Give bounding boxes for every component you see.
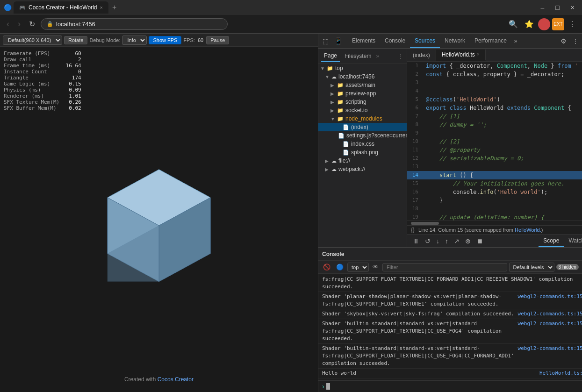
file-tree-more-btn[interactable]: » bbox=[376, 53, 379, 59]
debug-step-over-btn[interactable]: ↺ bbox=[423, 236, 432, 246]
debug-stop-btn[interactable]: ⏹ bbox=[474, 236, 485, 246]
devtools-mobile-icon[interactable]: 📱 bbox=[333, 36, 344, 46]
new-tab-button[interactable]: + bbox=[110, 3, 118, 12]
address-bar[interactable]: 🔒 localhost:7456 bbox=[41, 18, 228, 30]
console-clear-btn[interactable]: 🚫 bbox=[321, 263, 332, 271]
console-link-4[interactable]: webgl2-commands.ts:1584 bbox=[518, 345, 582, 367]
tree-item-socket[interactable]: ▶ 📁 socket.io bbox=[318, 106, 407, 114]
tab-performance[interactable]: Performance bbox=[470, 35, 511, 48]
console-context-select[interactable]: top bbox=[347, 263, 369, 272]
win-close-btn[interactable]: × bbox=[567, 3, 578, 12]
file-tree-menu-btn[interactable]: ⋮ bbox=[397, 52, 404, 60]
tree-arrow-localhost: ▼ bbox=[325, 74, 330, 79]
folder-icon-preview: 📁 bbox=[337, 91, 344, 97]
search-icon[interactable]: 🔍 bbox=[506, 18, 520, 30]
more-options-icon[interactable]: ⋮ bbox=[570, 36, 581, 46]
game-toolbar: Default(960 X 640) Rotate Debug Mode: In… bbox=[0, 34, 318, 47]
console-eye-icon[interactable]: 👁 bbox=[371, 263, 381, 271]
debug-step-btn[interactable]: ↗ bbox=[452, 236, 461, 246]
tab-sources[interactable]: Sources bbox=[410, 35, 440, 48]
scope-tab[interactable]: Scope bbox=[539, 235, 564, 247]
extension-button[interactable]: EXT bbox=[552, 18, 564, 30]
forward-button[interactable]: › bbox=[15, 17, 23, 31]
browser-window: 🔵 🎮 Cocos Creator - HelloWorld × + – □ ×… bbox=[0, 0, 582, 392]
code-line-3: 3 bbox=[407, 78, 582, 87]
tab-elements[interactable]: Elements bbox=[347, 35, 380, 48]
tree-arrow-file: ▶ bbox=[325, 158, 330, 164]
tree-item-scripting[interactable]: ▶ 📁 scripting bbox=[318, 98, 407, 106]
code-line-19: 19 // update (deltaTime: number) { bbox=[407, 213, 582, 221]
tree-item-index[interactable]: 📄 (index) bbox=[318, 123, 407, 131]
console-link-1[interactable]: webgl2-commands.ts:1584 bbox=[518, 293, 582, 308]
refresh-button[interactable]: ↻ bbox=[26, 18, 38, 30]
console-filter-input[interactable] bbox=[382, 263, 507, 271]
footer-link[interactable]: Cocos Creator bbox=[158, 376, 194, 383]
fps-label: FPS: bbox=[183, 37, 194, 43]
scrollbar-thumb-h[interactable] bbox=[411, 222, 439, 225]
filesystem-tab[interactable]: Filesystem bbox=[342, 51, 374, 61]
code-scrollbar-h[interactable] bbox=[407, 221, 582, 225]
folder-icon-top: 📁 bbox=[327, 65, 333, 71]
folder-icon-node-modules: 📁 bbox=[337, 116, 344, 122]
debug-deactivate-btn[interactable]: ⊗ bbox=[463, 236, 473, 246]
profile-button[interactable] bbox=[538, 18, 550, 30]
tree-item-file[interactable]: ▶ ☁ file:// bbox=[318, 157, 407, 165]
console-msg-3: Shader 'builtin-standard|standard-vs:ver… bbox=[318, 319, 582, 344]
sourcemap-link[interactable]: HelloWorld. bbox=[515, 227, 541, 233]
tab-title: Cocos Creator - HelloWorld bbox=[29, 4, 97, 11]
code-tab-helloworld[interactable]: HelloWorld.ts × bbox=[436, 50, 486, 61]
game-viewport: Default(960 X 640) Rotate Debug Mode: In… bbox=[0, 34, 318, 392]
debug-mode-select[interactable]: Info bbox=[122, 36, 147, 45]
debug-pause-btn[interactable]: ⏸ bbox=[411, 236, 421, 246]
rotate-button[interactable]: Rotate bbox=[64, 36, 87, 44]
tab-network[interactable]: Network bbox=[440, 35, 470, 48]
debug-step-into-btn[interactable]: ↓ bbox=[434, 236, 441, 246]
footer-text: Created with bbox=[124, 376, 158, 383]
devtools-tabs: Elements Console Sources Network Perform… bbox=[347, 35, 559, 48]
console-link-2[interactable]: webgl2-commands.ts:1584 bbox=[518, 310, 582, 318]
code-tab-helloworld-close[interactable]: × bbox=[477, 52, 480, 57]
prompt-cursor bbox=[326, 383, 330, 390]
back-button[interactable]: ‹ bbox=[4, 17, 12, 31]
win-maximize-btn[interactable]: □ bbox=[552, 3, 563, 12]
console-prompt[interactable]: › bbox=[318, 380, 582, 392]
tree-item-splash[interactable]: 📄 splash.png bbox=[318, 148, 407, 157]
console-link-hello[interactable]: HelloWorld.ts:16 bbox=[539, 370, 582, 377]
cube-svg bbox=[98, 150, 220, 281]
watch-tab[interactable]: Watch bbox=[564, 235, 582, 247]
title-bar-left: 🔵 🎮 Cocos Creator - HelloWorld × + bbox=[4, 1, 118, 14]
code-area[interactable]: 1 import { _decorator, Component, Node }… bbox=[407, 62, 582, 221]
tree-item-top[interactable]: ▼ 📁 top bbox=[318, 64, 407, 72]
stat-frametime: Frame time (ms) 16 64 bbox=[4, 63, 81, 69]
stats-overlay: Framerate (FPS) 60 Draw call 2 Frame tim… bbox=[0, 47, 85, 115]
win-minimize-btn[interactable]: – bbox=[537, 3, 548, 12]
code-line-17: 17 } bbox=[407, 196, 582, 205]
tree-item-webpack[interactable]: ▶ ☁ webpack:// bbox=[318, 165, 407, 173]
devtools-pointer-icon[interactable]: ⬚ bbox=[321, 36, 330, 46]
tree-item-preview[interactable]: ▶ 📁 preview-app bbox=[318, 89, 407, 98]
stat-sfx-buf: SFX Buffer Mem(M) 0.02 bbox=[4, 105, 81, 111]
tab-close-btn[interactable]: × bbox=[100, 5, 103, 10]
browser-icon: 🔵 bbox=[4, 4, 12, 11]
active-tab[interactable]: 🎮 Cocos Creator - HelloWorld × bbox=[14, 1, 108, 14]
tree-label-scripting: scripting bbox=[345, 99, 366, 105]
tree-item-settings[interactable]: 📄 settings.js?scene=current_s… bbox=[318, 131, 407, 140]
code-tab-index[interactable]: (index) bbox=[407, 50, 436, 60]
debug-step-out-btn[interactable]: ↑ bbox=[443, 236, 450, 246]
settings-icon[interactable]: ⚙ bbox=[559, 36, 568, 46]
console-levels-select[interactable]: Default levels bbox=[509, 263, 554, 272]
menu-icon[interactable]: ⋮ bbox=[566, 18, 578, 30]
more-tabs-btn[interactable]: » bbox=[511, 36, 520, 46]
page-tab[interactable]: Page bbox=[321, 50, 340, 62]
tree-item-localhost[interactable]: ▼ ☁ localhost:7456 bbox=[318, 72, 407, 81]
tree-item-assets[interactable]: ▶ 📁 assets/main bbox=[318, 81, 407, 89]
console-link-3[interactable]: webgl2-commands.ts:1584 bbox=[518, 320, 582, 342]
bookmark-icon[interactable]: ⭐ bbox=[522, 18, 536, 30]
show-fps-button[interactable]: Show FPS bbox=[149, 36, 181, 44]
tree-arrow-top: ▼ bbox=[320, 66, 325, 71]
tab-console[interactable]: Console bbox=[380, 35, 410, 48]
tree-item-css[interactable]: 📄 index.css bbox=[318, 140, 407, 148]
tree-item-node-modules[interactable]: ▼ 📁 node_modules bbox=[318, 114, 407, 123]
pause-button[interactable]: Pause bbox=[206, 36, 229, 44]
resolution-select[interactable]: Default(960 X 640) bbox=[3, 36, 62, 45]
